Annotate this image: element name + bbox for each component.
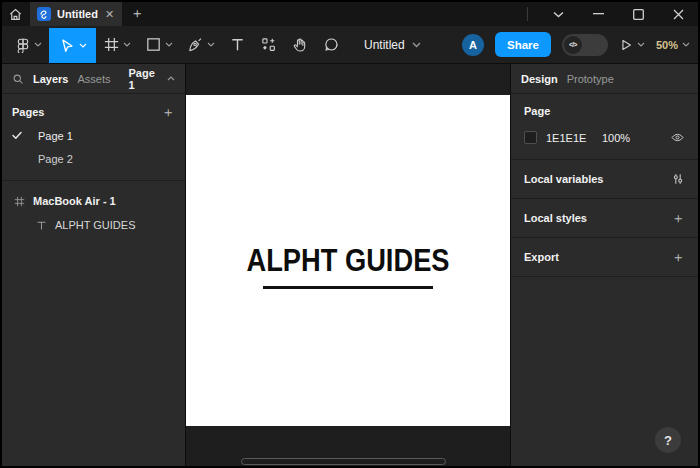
new-tab-icon: ＋ <box>130 5 144 23</box>
new-tab-button[interactable]: ＋ <box>122 2 152 26</box>
dev-mode-glyph: </> <box>569 41 577 48</box>
dev-mode-toggle[interactable]: </> <box>562 34 608 56</box>
chevron-down-icon <box>123 42 131 47</box>
color-opacity-value[interactable]: 100% <box>602 132 630 144</box>
help-button[interactable]: ? <box>655 427 681 453</box>
close-window-button[interactable] <box>658 2 698 26</box>
comment-button[interactable] <box>316 26 347 63</box>
pen-tool-icon <box>187 36 204 53</box>
window-controls-divider <box>527 7 528 21</box>
layer-row-frame[interactable]: MacBook Air - 1 <box>2 189 185 213</box>
layer-row-text[interactable]: ALPHT GUIDES <box>2 213 185 237</box>
avatar[interactable]: A <box>462 34 484 56</box>
toolbar-left-group <box>2 26 347 63</box>
layers-list: MacBook Air - 1 ALPHT GUIDES <box>2 181 185 237</box>
minimize-button[interactable] <box>578 2 618 26</box>
move-tool-icon <box>58 37 76 55</box>
zoom-menu[interactable]: 50% <box>656 39 690 51</box>
main-area: Layers Assets Page 1 Pages ＋ <box>2 64 698 466</box>
page-switcher-label: Page 1 <box>129 67 163 91</box>
horizontal-scrollbar[interactable] <box>241 458 446 465</box>
maximize-button[interactable] <box>618 2 658 26</box>
layers-panel-header: Layers Assets Page 1 <box>2 64 185 94</box>
frame-tool-icon <box>103 36 120 53</box>
add-page-button[interactable]: ＋ <box>161 105 175 119</box>
variables-icon[interactable] <box>671 172 685 186</box>
chevron-down-icon <box>682 42 690 47</box>
rectangle-tool-icon <box>145 36 162 53</box>
local-styles-row[interactable]: Local styles ＋ <box>511 199 698 237</box>
file-tab[interactable]: Untitled ✕ <box>30 2 122 26</box>
page-row-1[interactable]: Page 1 <box>2 124 185 147</box>
figma-window: Untitled ✕ ＋ <box>0 0 700 468</box>
pages-header: Pages <box>12 106 44 118</box>
page-switcher[interactable]: Page 1 <box>129 67 176 91</box>
frame-horizontal-rule[interactable] <box>263 286 433 289</box>
text-layer-icon <box>34 220 48 231</box>
share-button[interactable]: Share <box>495 32 551 57</box>
chevron-down-icon <box>412 42 421 48</box>
toolbar-right-group: A Share </> 50% <box>462 26 690 63</box>
add-export-button[interactable]: ＋ <box>671 250 685 264</box>
tab-title: Untitled <box>57 8 98 20</box>
window-menu-button[interactable] <box>538 2 578 26</box>
toolbar: Untitled A Share </> <box>2 26 698 64</box>
text-tool-button[interactable] <box>222 26 253 63</box>
export-row[interactable]: Export ＋ <box>511 238 698 276</box>
figma-menu-icon <box>15 37 31 53</box>
layers-panel: Layers Assets Page 1 Pages ＋ <box>2 64 186 466</box>
main-menu-button[interactable] <box>8 26 49 63</box>
canvas[interactable]: ALPHT GUIDES <box>186 64 510 466</box>
present-button[interactable] <box>619 38 645 52</box>
chevron-down-icon <box>165 42 173 47</box>
shape-tool-button[interactable] <box>138 26 180 63</box>
color-swatch[interactable] <box>524 131 537 144</box>
document-title-dropdown[interactable]: Untitled <box>364 26 421 63</box>
pen-tool-button[interactable] <box>180 26 222 63</box>
play-icon <box>619 38 633 52</box>
chevron-down-icon <box>79 43 87 48</box>
tab-prototype[interactable]: Prototype <box>567 73 614 85</box>
frame-heading-text[interactable]: ALPHT GUIDES <box>205 243 490 279</box>
eye-icon[interactable] <box>670 130 685 145</box>
design-frame[interactable]: ALPHT GUIDES <box>186 95 510 426</box>
document-title: Untitled <box>364 38 405 52</box>
pages-header-row: Pages ＋ <box>2 100 185 124</box>
page-color-section: Page 1E1E1E 100% <box>511 94 698 159</box>
tab-close-icon[interactable]: ✕ <box>104 9 115 20</box>
help-icon: ? <box>664 433 672 448</box>
local-variables-row[interactable]: Local variables <box>511 160 698 198</box>
minimize-icon <box>593 13 604 15</box>
color-hex-value[interactable]: 1E1E1E <box>546 132 602 144</box>
tab-layers[interactable]: Layers <box>33 73 68 85</box>
dev-mode-icon: </> <box>564 36 582 54</box>
tab-design[interactable]: Design <box>521 73 558 85</box>
chevron-down-icon <box>34 42 42 47</box>
pages-section: Pages ＋ Page 1 Page 2 <box>2 94 185 180</box>
home-button[interactable] <box>2 2 28 26</box>
maximize-icon <box>633 9 644 20</box>
actions-button[interactable] <box>253 26 284 63</box>
local-styles-label: Local styles <box>524 212 587 224</box>
add-style-button[interactable]: ＋ <box>671 211 685 225</box>
checkmark-icon <box>12 131 28 140</box>
tab-assets[interactable]: Assets <box>77 73 110 85</box>
section-divider <box>511 276 698 277</box>
hand-tool-button[interactable] <box>284 26 316 63</box>
page-row-2[interactable]: Page 2 <box>2 147 185 170</box>
page-section-label: Page <box>524 105 685 117</box>
local-variables-label: Local variables <box>524 173 604 185</box>
frame-tool-button[interactable] <box>96 26 138 63</box>
frame-layer-icon <box>12 196 26 207</box>
search-icon[interactable] <box>12 73 24 85</box>
design-panel-header: Design Prototype <box>511 64 698 94</box>
avatar-initial: A <box>469 39 477 51</box>
caret-up-icon <box>167 76 175 81</box>
window-close-icon <box>673 9 684 20</box>
actions-icon <box>260 36 277 53</box>
figma-file-icon <box>37 7 51 21</box>
move-tool-button[interactable] <box>49 28 96 63</box>
hand-tool-icon <box>291 36 309 54</box>
design-panel: Design Prototype Page 1E1E1E 100% <box>510 64 698 466</box>
chevron-down-icon <box>637 42 645 47</box>
